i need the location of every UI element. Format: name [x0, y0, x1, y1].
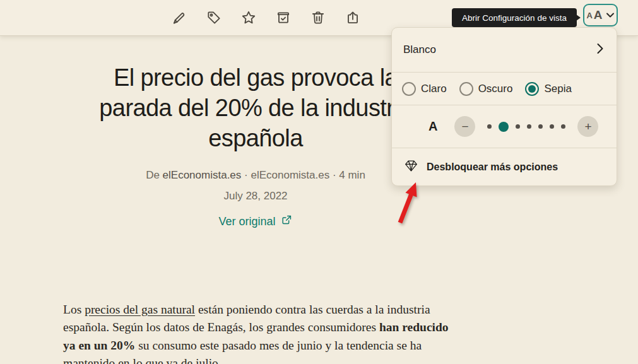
view-original-link[interactable]: Ver original — [218, 214, 292, 229]
theme-option-label: Sepia — [544, 83, 571, 95]
view-settings-label-big: A — [594, 8, 603, 22]
theme-option-label: Claro — [421, 83, 447, 95]
font-size-step-dot[interactable] — [516, 124, 520, 129]
gem-icon — [405, 160, 418, 175]
chevron-right-icon — [596, 43, 604, 57]
toolbar-icon-group — [170, 0, 362, 35]
font-selector-row[interactable]: Blanco — [392, 28, 617, 72]
view-original-label: Ver original — [218, 215, 275, 228]
font-size-steps[interactable] — [487, 122, 565, 132]
view-settings-button[interactable]: A A — [583, 4, 618, 26]
font-size-row: A − + — [392, 105, 617, 148]
article-body-paragraph: Los precios del gas natural están ponien… — [63, 301, 462, 364]
font-size-step-dot[interactable] — [538, 124, 543, 129]
view-settings-tooltip: Abrir Configuración de vista — [452, 8, 577, 27]
font-size-step-dot[interactable] — [561, 124, 565, 129]
font-size-decrease-button[interactable]: − — [454, 116, 475, 137]
radio-icon[interactable] — [402, 82, 416, 96]
unlock-options-row[interactable]: Desbloquear más opciones — [392, 148, 617, 186]
highlighter-icon[interactable] — [170, 9, 188, 26]
theme-option-oscuro[interactable]: Oscuro — [459, 82, 513, 96]
font-size-step-dot[interactable] — [550, 124, 554, 129]
body-text-segment: Los — [63, 303, 85, 316]
byline-meta: · elEconomista.es · 4 min — [244, 169, 365, 181]
font-size-step-dot[interactable] — [487, 124, 492, 129]
tag-icon[interactable] — [205, 9, 223, 26]
share-icon[interactable] — [344, 9, 362, 26]
theme-selector-row: ClaroOscuroSepia — [392, 72, 617, 105]
unlock-options-label: Desbloquear más opciones — [427, 161, 558, 173]
view-settings-label-small: A — [586, 11, 592, 20]
reader-view-screen: El precio del gas provoca la parada del … — [0, 0, 638, 364]
theme-option-claro[interactable]: Claro — [402, 82, 447, 96]
view-original-wrapper: Ver original — [35, 214, 476, 229]
font-size-step-dot[interactable] — [527, 124, 531, 129]
archive-icon[interactable] — [275, 9, 292, 26]
radio-icon[interactable] — [459, 82, 473, 96]
font-size-increase-button[interactable]: + — [577, 116, 598, 137]
article-date: July 28, 2022 — [35, 190, 476, 203]
view-settings-panel: Blanco ClaroOscuroSepia A − + Desbloquea… — [391, 27, 617, 186]
byline-author: elEconomista.es — [163, 169, 242, 181]
byline-prefix: De — [146, 169, 160, 181]
theme-option-sepia[interactable]: Sepia — [525, 82, 571, 96]
star-icon[interactable] — [240, 9, 257, 26]
radio-icon[interactable] — [525, 82, 539, 96]
trash-icon[interactable] — [309, 9, 327, 26]
theme-option-label: Oscuro — [478, 83, 513, 95]
chevron-down-icon — [606, 11, 615, 20]
external-link-icon — [281, 214, 293, 229]
font-size-step-dot[interactable] — [499, 122, 509, 132]
font-size-letter: A — [428, 119, 437, 134]
font-selector-label: Blanco — [403, 44, 436, 56]
body-inline-link[interactable]: precios del gas natural — [85, 303, 195, 316]
